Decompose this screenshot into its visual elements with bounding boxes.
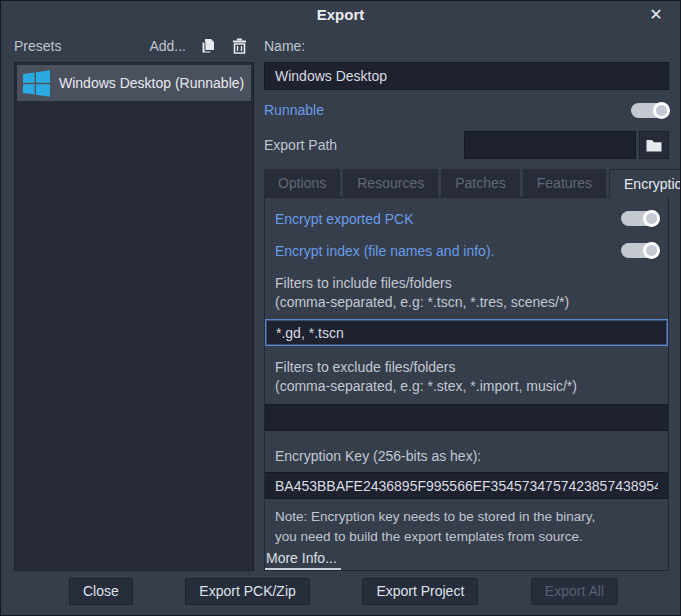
encryption-key-input[interactable]	[265, 472, 668, 499]
presets-panel: Presets Add...	[14, 29, 254, 571]
folder-icon	[646, 139, 662, 152]
encryption-key-label: Encryption Key (256-bits as hex):	[275, 447, 658, 466]
export-settings-panel: Name: Runnable Export Path Options R	[264, 29, 669, 571]
encryption-tab-panel: Encrypt exported PCK Encrypt index (file…	[264, 197, 669, 571]
presets-list: Windows Desktop (Runnable)	[14, 62, 254, 571]
exclude-filters-hint: (comma-separated, e.g: *.stex, *.import,…	[275, 377, 658, 396]
export-pck-zip-button[interactable]: Export PCK/Zip	[185, 578, 309, 605]
encrypt-index-toggle[interactable]	[621, 243, 659, 258]
export-tabs: Options Resources Patches Features Encry…	[264, 168, 669, 197]
include-filters-label: Filters to include files/folders (comma-…	[275, 274, 658, 312]
runnable-toggle[interactable]	[631, 103, 669, 118]
more-info-link[interactable]: More Info...	[265, 550, 341, 570]
browse-path-button[interactable]	[639, 131, 669, 159]
exclude-filters-input[interactable]	[265, 404, 668, 431]
export-project-button[interactable]: Export Project	[362, 578, 478, 605]
include-filters-input[interactable]	[265, 319, 668, 346]
close-button[interactable]: Close	[69, 578, 133, 605]
add-preset-button[interactable]: Add...	[149, 38, 186, 54]
export-all-button: Export All	[531, 578, 618, 605]
dialog-title: Export	[1, 6, 680, 23]
toggle-knob	[643, 242, 660, 259]
export-dialog: Export ✕ Presets Add...	[0, 0, 681, 616]
duplicate-preset-icon[interactable]	[199, 37, 217, 55]
encrypt-pck-label: Encrypt exported PCK	[275, 211, 414, 227]
tab-encryption[interactable]: Encryption	[609, 169, 681, 198]
tab-features[interactable]: Features	[523, 169, 606, 197]
titlebar: Export ✕	[1, 1, 680, 29]
encrypt-pck-toggle[interactable]	[621, 211, 659, 226]
runnable-label: Runnable	[264, 102, 324, 118]
close-icon[interactable]: ✕	[645, 4, 667, 26]
encrypt-index-label: Encrypt index (file names and info).	[275, 243, 494, 259]
toggle-knob	[643, 210, 660, 227]
name-input[interactable]	[264, 62, 669, 90]
preset-item-label: Windows Desktop (Runnable)	[59, 75, 244, 91]
dialog-footer: Close Export PCK/Zip Export Project Expo…	[1, 571, 680, 615]
export-path-label: Export Path	[264, 137, 337, 153]
name-label: Name:	[264, 38, 305, 54]
toggle-knob	[653, 102, 670, 119]
export-path-input[interactable]	[464, 131, 636, 159]
exclude-filters-label: Filters to exclude files/folders (comma-…	[275, 358, 658, 396]
encryption-note: Note: Encryption key needs to be stored …	[275, 507, 658, 547]
include-filters-hint: (comma-separated, e.g: *.tscn, *.tres, s…	[275, 293, 658, 312]
tab-patches[interactable]: Patches	[441, 169, 520, 197]
presets-label: Presets	[14, 38, 61, 54]
preset-item-windows-desktop[interactable]: Windows Desktop (Runnable)	[17, 65, 251, 101]
tab-resources[interactable]: Resources	[343, 169, 438, 197]
delete-preset-icon[interactable]	[230, 37, 248, 55]
windows-logo-icon	[23, 70, 50, 97]
tab-options[interactable]: Options	[264, 169, 340, 197]
